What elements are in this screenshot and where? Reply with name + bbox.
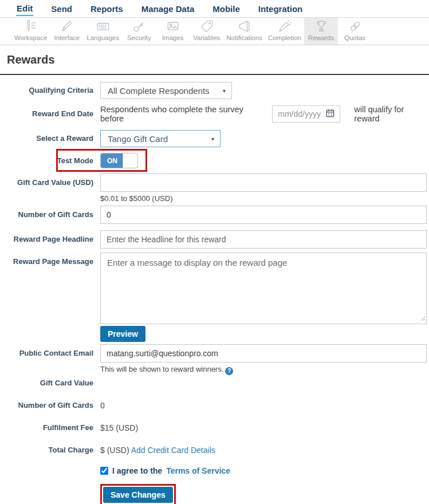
reward-page-headline-input[interactable] [100, 230, 427, 249]
toolbar-item-images[interactable]: Images [156, 18, 190, 45]
nav-send[interactable]: Send [50, 2, 73, 15]
toolbar-item-security[interactable]: Security [122, 18, 156, 45]
row-reward-page-message: Reward Page Message [0, 253, 427, 324]
variables-icon [199, 18, 215, 34]
help-icon[interactable]: ? [225, 367, 233, 375]
toggle-on-label: ON [101, 153, 124, 168]
resize-handle-icon[interactable] [420, 314, 426, 323]
test-mode-label: Test Mode [0, 156, 93, 166]
qualifying-criteria-value: All Complete Respondents [108, 86, 210, 96]
rewards-icon [313, 18, 329, 34]
reward-end-date-label: Reward End Date [0, 109, 93, 119]
nav-edit[interactable]: Edit [16, 1, 33, 16]
save-changes-annotation: Save Changes [100, 484, 176, 504]
select-reward-select[interactable]: Tango Gift Card ▾ [100, 130, 221, 147]
row-summary-gift-card-value: Gift Card Value [0, 379, 427, 388]
row-gift-card-value: Gift Card Value (USD) $0.01 to $5000 (US… [0, 174, 427, 203]
images-icon [165, 18, 181, 34]
toolbar-item-notifications[interactable]: Notifications [223, 18, 265, 45]
completion-icon [277, 18, 293, 34]
caret-down-icon: ▾ [223, 88, 226, 94]
fulfilment-fee-value: $15 (USD) [100, 423, 427, 432]
notifications-icon [237, 18, 253, 34]
interface-icon [59, 18, 75, 34]
calendar-icon [326, 109, 334, 119]
rewards-panel: Rewards Qualifying Criteria All Complete… [0, 45, 429, 504]
row-reward-end-date: Reward End Date Respondents who complete… [0, 105, 427, 123]
reward-end-date-field[interactable] [272, 105, 340, 123]
total-charge-label: Total Charge [0, 446, 93, 455]
security-icon [131, 18, 147, 34]
page-title: Rewards [7, 53, 429, 66]
gift-card-value-helper: $0.01 to $5000 (USD) [100, 194, 427, 203]
reward-page-message-textarea[interactable] [100, 253, 427, 324]
toolbar-item-workspace[interactable]: Workspace [11, 18, 50, 45]
select-reward-value: Tango Gift Card [108, 134, 168, 144]
reward-end-date-before-text: Respondents who complete the survey befo… [100, 105, 258, 123]
row-select-reward: Select a Reward Tango Gift Card ▾ [0, 130, 427, 147]
quotas-icon [347, 18, 363, 34]
terms-checkbox[interactable] [100, 467, 108, 475]
number-of-gift-cards-label: Number of Gift Cards [0, 210, 93, 219]
test-mode-toggle[interactable]: ON [100, 153, 138, 168]
row-fulfilment-fee: Fulfilment Fee $15 (USD) [0, 423, 427, 432]
workspace-icon [23, 18, 39, 34]
reward-end-date-after-text: will qualify for reward [354, 105, 427, 123]
nav-mobile[interactable]: Mobile [212, 2, 241, 15]
public-contact-email-helper: This will be shown to reward winners.? [100, 365, 427, 374]
row-total-charge: Total Charge $ (USD) Add Credit Card Det… [0, 446, 427, 455]
row-number-of-gift-cards: Number of Gift Cards [0, 206, 427, 224]
languages-icon [95, 18, 111, 34]
public-contact-email-input[interactable] [100, 344, 427, 363]
top-navigation: Edit Send Reports Manage Data Mobile Int… [0, 0, 429, 17]
public-contact-email-label: Public Contact Email [0, 344, 93, 358]
row-save: Save Changes [0, 484, 427, 504]
title-divider [0, 74, 429, 75]
summary-gift-card-value-label: Gift Card Value [0, 379, 93, 388]
terms-of-service-link[interactable]: Terms of Service [166, 466, 230, 475]
toolbar-item-languages[interactable]: Languages [84, 18, 122, 45]
settings-toolbar: Workspace Interface Languages Security I… [0, 17, 429, 45]
toolbar-item-completion[interactable]: Completion [265, 18, 304, 45]
toolbar-item-quotas[interactable]: Quotas [338, 18, 372, 45]
row-test-mode: Test Mode ON [0, 153, 427, 168]
toolbar-item-variables[interactable]: Variables [190, 18, 223, 45]
toolbar-item-interface[interactable]: Interface [50, 18, 84, 45]
nav-integration[interactable]: Integration [258, 2, 304, 15]
caret-down-icon: ▾ [211, 136, 214, 142]
nav-manage-data[interactable]: Manage Data [141, 2, 195, 15]
nav-reports[interactable]: Reports [90, 2, 124, 15]
total-charge-value: $ (USD) [100, 446, 129, 455]
row-preview: Preview [0, 326, 427, 342]
row-public-contact-email: Public Contact Email This will be shown … [0, 344, 427, 374]
number-of-gift-cards-input[interactable] [100, 206, 427, 224]
qualifying-criteria-select[interactable]: All Complete Respondents ▾ [100, 82, 232, 99]
fulfilment-fee-label: Fulfilment Fee [0, 423, 93, 432]
row-qualifying-criteria: Qualifying Criteria All Complete Respond… [0, 82, 427, 99]
toolbar-item-rewards[interactable]: Rewards [304, 18, 338, 45]
agreement-text: I agree to the [112, 466, 162, 475]
row-agreement: I agree to the Terms of Service [0, 466, 427, 475]
row-summary-number-of-gift-cards: Number of Gift Cards 0 [0, 401, 427, 410]
row-reward-page-headline: Reward Page Headline [0, 230, 427, 249]
reward-page-headline-label: Reward Page Headline [0, 235, 93, 244]
save-changes-button[interactable]: Save Changes [103, 487, 173, 503]
summary-number-of-gift-cards-label: Number of Gift Cards [0, 401, 93, 410]
select-reward-label: Select a Reward [0, 134, 93, 143]
summary-number-of-gift-cards: 0 [100, 401, 427, 410]
qualifying-criteria-label: Qualifying Criteria [0, 86, 93, 95]
reward-page-message-label: Reward Page Message [0, 253, 93, 266]
toggle-knob [123, 153, 137, 168]
add-credit-card-link[interactable]: Add Credit Card Details [131, 446, 215, 455]
reward-end-date-input[interactable] [278, 109, 322, 119]
preview-button[interactable]: Preview [100, 326, 145, 342]
gift-card-value-label: Gift Card Value (USD) [0, 174, 93, 187]
rewards-form: Qualifying Criteria All Complete Respond… [0, 82, 427, 504]
gift-card-value-input[interactable] [100, 174, 427, 192]
